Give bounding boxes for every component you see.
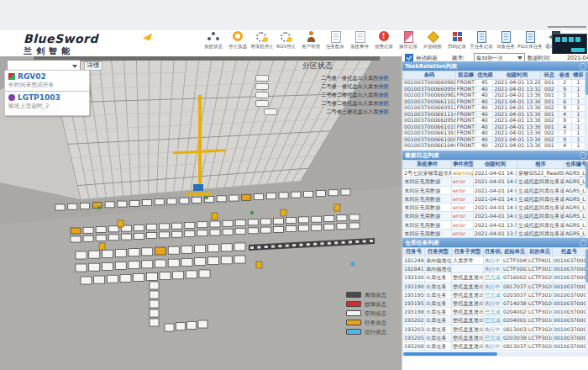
- table-row[interactable]: 未回应无用数据error2021-04-01 14:03:56生成托盘回库任务请…: [403, 194, 586, 203]
- column-header[interactable]: 巷道: [558, 71, 571, 80]
- column-header[interactable]: 楼层: [571, 71, 585, 80]
- table-row[interactable]: 1932021出库任务整托盘直送出库已完成0204001062LCTP30160…: [403, 316, 586, 325]
- zone-goto-link[interactable]: 转到: [378, 108, 391, 116]
- toolbar-button-stacker-stop[interactable]: 堆垛机停止: [250, 31, 273, 55]
- table-row[interactable]: 0010037000660988629FRONT452021-04-01 13:…: [403, 80, 585, 87]
- table-row[interactable]: 未回应无用数据error2021-04-01 13:59:52生成托盘回库任务请…: [403, 220, 586, 229]
- column-header[interactable]: 托盘号: [553, 248, 586, 256]
- column-header[interactable]: 状态: [541, 71, 558, 80]
- table-row[interactable]: 0010037000661019063FRONT402021-04-01 13:…: [403, 124, 585, 130]
- zone-goto-link[interactable]: 转到: [378, 75, 391, 82]
- table-cell: 未回应无用数据: [403, 230, 452, 238]
- table-row[interactable]: 1931001出库任务整托盘直送出库已完成0716002082LCTP30200…: [403, 273, 586, 282]
- column-header[interactable]: 任务子类型: [452, 248, 484, 256]
- table-row[interactable]: 1931956出库任务整托盘直送出库已完成0203037022LCTP30160…: [403, 290, 586, 299]
- warehouse-tasks-table-wrap: 任务号任务类型任务子类型任务状态起始单元目的单元托盘号1812484单向输送任务…: [402, 247, 588, 352]
- gear-icon[interactable]: [580, 63, 586, 70]
- mini-monitor-widget[interactable]: [552, 34, 587, 55]
- toolbar-button-pg-outbound-tasks[interactable]: PG出库任务: [518, 31, 541, 55]
- table-row[interactable]: 未回应无用数据error2021-04-01 14:06:57生成托盘回库任务请…: [403, 177, 586, 186]
- gear-icon[interactable]: [580, 152, 586, 159]
- table-row[interactable]: 1812484单向输送任务入库异常执行中LCTP3049LCTP40110010…: [403, 256, 586, 265]
- table-row[interactable]: 0010037000661044981FRONT402021-04-01 13:…: [403, 143, 585, 150]
- mini-monitor-button[interactable]: [571, 48, 585, 52]
- table-row[interactable]: 1931905出库任务整托盘直送出库执行中0817037081LCTP30200…: [403, 282, 586, 290]
- column-header[interactable]: 任务类型: [425, 248, 452, 256]
- table-row[interactable]: 未回应无用数据error2021-04-01 14:05:56生成托盘回库任务请…: [403, 186, 586, 194]
- table-cell: 1931001: [403, 273, 425, 282]
- zone-goto-link[interactable]: 转到: [378, 83, 391, 91]
- zone-checkbox[interactable]: [255, 83, 269, 90]
- column-header[interactable]: 优先级: [476, 71, 493, 80]
- zone-checkbox[interactable]: [255, 92, 269, 98]
- column-header[interactable]: 条码: [403, 71, 456, 80]
- table-row[interactable]: 0010037000661114019FRONT402021-04-01 13:…: [403, 111, 585, 118]
- column-header[interactable]: 仓库编号: [564, 161, 586, 169]
- column-header[interactable]: 起始单元: [502, 248, 528, 256]
- column-header[interactable]: 程序: [517, 161, 564, 169]
- alert-card-lgtp1003[interactable]: LGTP1003输送上货超时_2: [4, 91, 90, 116]
- toolbar-button-external-check[interactable]: 外协校验: [421, 31, 444, 55]
- table-row[interactable]: 0010037000661102945FRONT402021-04-01 13:…: [403, 98, 585, 105]
- auto-refresh-checkbox[interactable]: [405, 54, 413, 62]
- table-row[interactable]: 2号七层穿梭车超长时间未完成任务warning2021-04-01 14:12:…: [403, 169, 586, 177]
- zone-checkbox[interactable]: [255, 100, 269, 107]
- table-row[interactable]: 1932050出库任务整托盘直送出库已完成0203039011LCTP30160…: [403, 333, 586, 341]
- table-row[interactable]: 1931958出库任务整托盘直送出库执行中0714038042LCTP30200…: [403, 299, 586, 308]
- table-row[interactable]: 未回应无用数据error2021-04-01 14:02:55生成托盘回库任务请…: [403, 204, 586, 212]
- toolbar-label: PG出库任务: [517, 43, 543, 50]
- table-cell: 001: [541, 143, 558, 150]
- table-cell: AGRS_LjC2: [564, 212, 586, 220]
- table-cell: error: [452, 177, 474, 186]
- toolbar-button-device-tasks[interactable]: 设备任务: [494, 31, 517, 55]
- horizontal-scrollbar[interactable]: [402, 352, 588, 357]
- table-row[interactable]: 0010037000660982162FRONT402021-04-01 13:…: [403, 92, 585, 99]
- table-cell: 已完成: [484, 316, 502, 325]
- table-row[interactable]: 0010037000660912312FRONT402021-04-01 13:…: [403, 105, 585, 112]
- table-row[interactable]: 1932038出库任务整托盘直送出库执行中0813003032LCTP30200…: [403, 325, 586, 333]
- toolbar-button-stop-picking[interactable]: 停止拣选: [226, 31, 249, 55]
- column-header[interactable]: 事件类型: [452, 161, 474, 169]
- column-header[interactable]: 任务状态: [484, 248, 502, 256]
- toolbar-button-operation-records[interactable]: 操作记录: [396, 31, 419, 55]
- table-row[interactable]: 0010037000661391200FRONT402021-04-01 13:…: [403, 130, 585, 137]
- table-cell: 002: [541, 130, 558, 137]
- table-cell: AGRS_LjC2: [564, 186, 586, 194]
- column-header[interactable]: 创建时间: [493, 71, 541, 80]
- column-header[interactable]: 任务号: [403, 248, 425, 256]
- table-cell: 整托盘直送出库: [452, 282, 484, 290]
- toolbar-button-rgv-stop[interactable]: RGV停止: [275, 31, 297, 55]
- table-row[interactable]: 未回应无用数据error2021-04-01 14:01:54生成托盘回库任务请…: [403, 212, 586, 220]
- zone-status-title: 分区状态: [259, 61, 400, 71]
- table-cell: 0010037000660956770: [403, 118, 456, 124]
- table-cell: 0010037000661009888: [403, 136, 456, 143]
- toolbar-button-system-status[interactable]: 系统状态: [202, 31, 224, 55]
- zone-checkbox[interactable]: [264, 108, 277, 115]
- gear-icon[interactable]: [580, 240, 586, 246]
- toolbar-button-main-task-records[interactable]: 主任务记录: [470, 31, 492, 55]
- column-header[interactable]: 系统事件: [403, 161, 452, 169]
- zone-goto-link[interactable]: 转到: [378, 100, 391, 108]
- table-row[interactable]: 1828411单向输送任务执行中LCTP3002LCTP301500100370…: [403, 265, 586, 273]
- zone-checkbox[interactable]: [255, 75, 269, 82]
- table-cell: 0010037000660607: [553, 308, 586, 316]
- table-row[interactable]: 0010037000660956770FRONT402021-04-01 13:…: [403, 118, 585, 124]
- zone-goto-link[interactable]: 转到: [378, 92, 391, 99]
- table-row[interactable]: 1931980出库任务整托盘直送出库已完成0204002081LCTP30160…: [403, 308, 586, 316]
- column-header[interactable]: 前后缀: [455, 71, 475, 80]
- system-events-icon: [354, 31, 365, 42]
- warehouse-3d-viewport[interactable]: 详情 RGV02长时间未完成任务LGTP1003输送上货超时_2 分区状态 二号…: [0, 56, 402, 370]
- column-header[interactable]: 创建时间: [474, 161, 517, 169]
- table-row[interactable]: 1932087出库任务整托盘直送出库执行中0813037032LCTP30200…: [403, 342, 586, 351]
- toolbar-button-scan-records[interactable]: 扫码记录: [445, 31, 468, 55]
- toolbar-button-system-events[interactable]: 系统事件: [348, 31, 370, 55]
- legend-label: 故障状态: [365, 300, 386, 308]
- table-cell: 0010037000661015: [553, 265, 586, 273]
- table-row[interactable]: 0010037000661009888FRONT402021-04-01 13:…: [403, 136, 585, 143]
- table-row[interactable]: 未回应无用数据error2021-04-01 13:57:49生成托盘回库任务请…: [403, 230, 586, 238]
- toolbar-button-task-dispatch[interactable]: 任务配发: [323, 31, 346, 55]
- column-header[interactable]: 目的单元: [528, 248, 553, 256]
- table-row[interactable]: 0010037000660956770FRONT402021-04-01 13:…: [403, 86, 585, 92]
- toolbar-button-user-management[interactable]: 用户管理: [299, 31, 322, 55]
- toolbar-button-alarm-records[interactable]: 报警记录: [372, 31, 395, 55]
